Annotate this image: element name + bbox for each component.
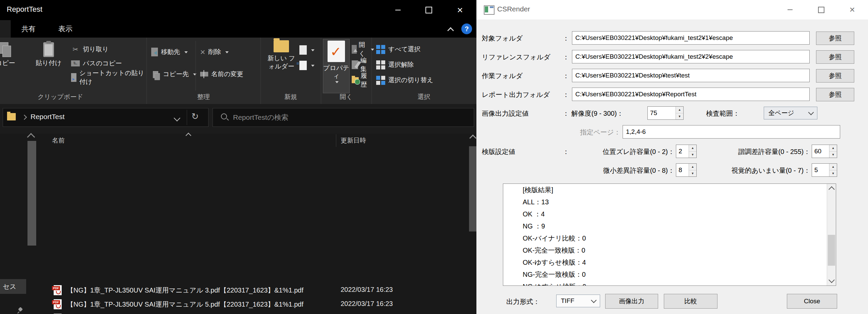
results-scrollbar[interactable] — [827, 184, 836, 285]
spin-up-icon[interactable]: ▲ — [689, 145, 696, 152]
file-row[interactable]: 【NG】1章_TP-JL350UV SAI運用マニュアル 5.pdf【22031… — [38, 297, 469, 311]
select-none-button[interactable]: 選択解除 — [376, 58, 414, 72]
inspect-range-select[interactable]: 全ページ — [764, 107, 817, 119]
properties-button[interactable]: プロパティ — [323, 39, 350, 93]
minor-diff-tolerance-value[interactable]: 8 — [676, 164, 689, 176]
tab-view[interactable]: 表示 — [47, 20, 84, 37]
delete-button[interactable]: × 削除 — [200, 45, 229, 59]
folder-path-input[interactable]: C:¥Users¥EB030221¥Desktop¥fukami_test2¥1… — [572, 31, 810, 45]
compare-button[interactable]: 比較 — [664, 294, 717, 309]
ribbon-collapse-button[interactable] — [444, 26, 457, 35]
sidebar-scroll-up-icon[interactable] — [27, 133, 35, 141]
easy-access-button[interactable] — [300, 58, 314, 73]
copy-to-button[interactable]: コピー先 — [151, 67, 196, 81]
inspection-results-box[interactable]: [検版結果] ALL：13 OK ：4 NG ：9 OK-バイナリ比較：0 OK… — [503, 183, 836, 286]
offset-tolerance-spinner[interactable]: 2 ▲▼ — [676, 145, 697, 158]
spin-down-icon[interactable]: ▼ — [689, 170, 696, 177]
sidebar-item[interactable] — [0, 303, 26, 314]
cut-button[interactable]: ✂ 切り取り — [71, 42, 147, 56]
folder-field-colon: ： — [563, 34, 569, 43]
spin-down-icon[interactable]: ▼ — [830, 152, 837, 158]
file-row[interactable]: 【NG】1章_TP-JL350UV SAI運用マニュアル 3.pdf【22031… — [38, 283, 469, 297]
csrender-maximize-button[interactable] — [811, 0, 831, 20]
close-icon: × — [849, 5, 855, 15]
visual-fuzziness-value[interactable]: 5 — [812, 164, 829, 176]
cut-label: 切り取り — [83, 45, 108, 54]
minor-diff-tolerance-spinner[interactable]: 8 ▲▼ — [676, 163, 697, 177]
folder-path-input[interactable]: C:¥Users¥EB030221¥Desktop¥fukami_test2¥2… — [572, 50, 810, 63]
file-row[interactable]: 【NG】1章_TP-JL350UV SAI運用マニュアル 6.pdf【22031… — [38, 312, 469, 314]
spin-down-icon[interactable]: ▼ — [676, 113, 683, 120]
spin-down-icon[interactable]: ▼ — [830, 170, 837, 177]
scroll-up-icon[interactable] — [829, 186, 835, 192]
paste-button[interactable]: 貼り付け — [31, 42, 66, 67]
sidebar-item[interactable]: セス — [0, 279, 26, 294]
offset-tolerance-value[interactable]: 2 — [676, 145, 689, 158]
address-dropdown-icon[interactable] — [174, 115, 180, 121]
column-header-name[interactable]: 名前 — [52, 136, 65, 145]
visual-fuzziness-spinner[interactable]: 5 ▲▼ — [812, 163, 837, 177]
move-to-button[interactable]: 移動先 — [151, 45, 188, 59]
column-separator[interactable] — [336, 134, 336, 147]
image-output-section-label: 画像出力設定値 — [482, 109, 529, 118]
list-scrollbar-thumb[interactable] — [469, 146, 476, 231]
breadcrumb[interactable]: ReportTest — [31, 113, 65, 121]
tone-tolerance-spinner[interactable]: 60 ▲▼ — [812, 145, 837, 158]
ribbon-group-organize: 移動先 コピー先 × 削除 名前の変更 整理 — [147, 37, 261, 104]
output-format-select[interactable]: TIFF — [556, 294, 600, 307]
history-button[interactable]: 履歴 — [352, 73, 371, 87]
explorer-close-button[interactable]: × — [444, 0, 475, 20]
copy-path-button[interactable]: \\.. パスのコピー — [71, 56, 147, 70]
copy-to-icon — [153, 71, 158, 77]
spin-up-icon[interactable]: ▲ — [676, 107, 683, 113]
tab-partial[interactable] — [0, 20, 11, 37]
output-format-label: 出力形式： — [506, 297, 540, 306]
browse-button[interactable]: 参照 — [816, 31, 854, 45]
tone-tolerance-value[interactable]: 60 — [812, 145, 829, 158]
resolution-value[interactable]: 75 — [648, 107, 676, 119]
list-scroll-up-icon[interactable] — [469, 135, 476, 142]
close-button[interactable]: Close — [787, 294, 837, 309]
folder-path-input[interactable]: C:¥Users¥EB030221¥Desktop¥ReportTest — [572, 88, 810, 101]
copy-button[interactable]: コピー — [0, 42, 28, 67]
spin-up-icon[interactable]: ▲ — [830, 145, 837, 152]
image-output-button[interactable]: 画像出力 — [605, 294, 658, 309]
folder-field-colon: ： — [563, 53, 569, 62]
file-modified-date: 2022/03/17 16:23 — [341, 286, 393, 293]
scroll-down-icon[interactable] — [829, 277, 835, 283]
browse-button[interactable]: 参照 — [816, 69, 854, 83]
pages-input[interactable]: 1,2,4-6 — [623, 125, 840, 139]
search-input[interactable]: ReportTestの検索 — [213, 108, 474, 127]
tab-share[interactable]: 共有 — [10, 20, 47, 37]
open-button[interactable]: 開く — [352, 42, 374, 56]
explorer-minimize-button[interactable] — [382, 0, 413, 20]
sidebar-scrollbar-thumb[interactable] — [28, 141, 36, 246]
address-bar[interactable]: ReportTest ↻ — [3, 108, 209, 127]
resolution-spinner[interactable]: 75 ▲▼ — [647, 106, 684, 120]
column-header-modified[interactable]: 更新日時 — [341, 136, 366, 145]
browse-button[interactable]: 参照 — [816, 88, 854, 101]
csrender-close-button[interactable]: × — [842, 0, 862, 20]
inspect-range-value: 全ページ — [764, 109, 809, 117]
spin-up-icon[interactable]: ▲ — [689, 164, 696, 170]
select-all-button[interactable]: すべて選択 — [376, 42, 421, 56]
refresh-icon[interactable]: ↻ — [191, 111, 199, 122]
select-all-label: すべて選択 — [388, 45, 421, 54]
spin-up-icon[interactable]: ▲ — [830, 164, 837, 170]
results-text: [検版結果] ALL：13 OK ：4 NG ：9 OK-バイナリ比較：0 OK… — [503, 184, 836, 286]
new-folder-button[interactable]: 新しい フォルダー — [265, 40, 298, 70]
csrender-minimize-button[interactable] — [780, 0, 800, 20]
spin-down-icon[interactable]: ▼ — [689, 152, 696, 158]
results-scrollbar-thumb[interactable] — [828, 235, 835, 266]
new-item-button[interactable] — [300, 43, 314, 57]
explorer-maximize-button[interactable] — [413, 0, 444, 20]
rename-button[interactable]: 名前の変更 — [200, 67, 243, 81]
paste-shortcut-button[interactable]: ショートカットの貼り付け — [71, 70, 147, 85]
move-to-label: 移動先 — [161, 48, 180, 56]
help-button[interactable]: ? — [461, 24, 472, 34]
explorer-window-title: ReportTest — [7, 5, 42, 14]
folder-path-input[interactable]: C:¥Users¥EB030221¥Desktop¥test¥test — [572, 69, 810, 82]
invert-selection-button[interactable]: 選択の切り替え — [376, 73, 433, 87]
browse-button[interactable]: 参照 — [816, 50, 854, 64]
edit-button[interactable]: 編集 — [352, 58, 371, 72]
